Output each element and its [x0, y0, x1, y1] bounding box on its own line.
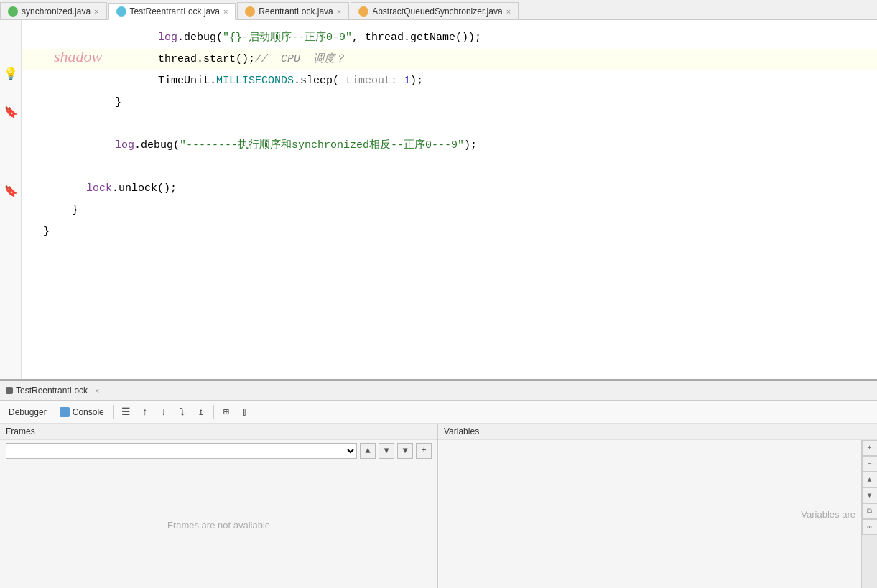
- code-content: log.debug("{}-启动顺序--正序0-9", thread.getNa…: [22, 20, 877, 379]
- tab-synchronized[interactable]: synchronized.java ×: [0, 2, 107, 19]
- frames-dropdown-row: ▲ ▼ ▼ +: [0, 440, 437, 462]
- code-line-1: log.debug("{}-启动顺序--正序0-9", thread.getNa…: [22, 27, 877, 49]
- debug-session-label: TestReentrantLock: [16, 386, 88, 396]
- close-icon-abstractqueue[interactable]: ×: [506, 7, 511, 16]
- tab-debugger[interactable]: Debugger: [3, 404, 52, 420]
- tab-reentrant[interactable]: ReentrantLock.java ×: [237, 2, 349, 19]
- variables-content: Variables are: [438, 440, 861, 588]
- code-line-9: }: [22, 200, 877, 221]
- debug-run-dot: [6, 387, 13, 394]
- menu-icon-btn[interactable]: ☰: [118, 403, 135, 421]
- scrollbar-minus[interactable]: −: [862, 456, 878, 472]
- gutter-bookmark-1: 🔖: [5, 106, 17, 118]
- code-line-5: [22, 113, 877, 135]
- columns-btn[interactable]: ⫿: [236, 403, 254, 421]
- table-view-btn[interactable]: ⊞: [218, 403, 235, 421]
- tab-label-reentrant: ReentrantLock.java: [259, 6, 333, 17]
- frames-nav-down[interactable]: ▼: [379, 443, 394, 459]
- scrollbar-plus[interactable]: +: [862, 440, 878, 456]
- step-over-down-btn[interactable]: ↓: [155, 403, 172, 421]
- toolbar-sep-1: [113, 405, 114, 419]
- scrollbar-infinity[interactable]: ∞: [862, 519, 878, 535]
- code-line-10: }: [22, 221, 877, 243]
- frames-empty-text: Frames are not available: [167, 520, 270, 531]
- tab-abstractqueue[interactable]: AbstractQueuedSynchronizer.java ×: [351, 2, 519, 19]
- tab-icon-abstractqueue: [358, 6, 368, 17]
- step-out-btn[interactable]: ↥: [192, 403, 210, 421]
- tab-debugger-label: Debugger: [9, 407, 47, 417]
- toolbar-sep-2: [213, 405, 214, 419]
- variables-empty-text: Variables are: [801, 509, 855, 520]
- gutter-bookmark-2: 🔖: [5, 185, 17, 197]
- tab-testreentrant[interactable]: TestReentrantLock.java ×: [108, 3, 236, 20]
- frames-header: Frames: [0, 424, 437, 440]
- debug-session-close[interactable]: ×: [95, 386, 99, 395]
- tab-label-synchronized: synchronized.java: [22, 6, 91, 17]
- step-over-up-btn[interactable]: ↑: [136, 403, 154, 421]
- code-line-8: lock.unlock();: [22, 178, 877, 200]
- tab-icon-reentrant: [245, 6, 255, 17]
- step-into-btn[interactable]: ⤵: [174, 403, 191, 421]
- tab-console[interactable]: Console: [54, 404, 110, 420]
- scrollbar-copy[interactable]: ⧉: [862, 503, 878, 519]
- frames-add-btn[interactable]: +: [416, 443, 432, 459]
- debug-run-name: TestReentrantLock ×: [0, 386, 106, 396]
- code-line-6: log.debug("--------执行顺序和synchronized相反--…: [22, 135, 877, 157]
- code-line-2: thread.start();// CPU 调度？: [22, 49, 877, 70]
- scrollbar-up[interactable]: ▲: [862, 472, 878, 487]
- tab-icon-testreentrant: [116, 6, 126, 17]
- scrollbar-down[interactable]: ▼: [862, 487, 878, 503]
- tab-label-testreentrant: TestReentrantLock.java: [130, 6, 220, 17]
- variables-scrollbar: + − ▲ ▼ ⧉ ∞: [861, 440, 877, 588]
- frames-dropdown[interactable]: [6, 443, 357, 459]
- code-editor: shadow 💡 🔖 🔖 log.debug("{}-启动顺序--正序0-9",…: [0, 20, 877, 379]
- code-line-7: [22, 157, 877, 178]
- variables-panel: Variables Variables are + − ▲ ▼ ⧉ ∞: [438, 424, 877, 588]
- tab-label-abstractqueue: AbstractQueuedSynchronizer.java: [372, 6, 502, 17]
- lightbulb-icon[interactable]: 💡: [4, 67, 18, 81]
- debug-body: Frames ▲ ▼ ▼ + Frames are not available …: [0, 424, 877, 588]
- frames-panel: Frames ▲ ▼ ▼ + Frames are not available: [0, 424, 438, 588]
- tab-console-label: Console: [73, 407, 104, 417]
- frames-filter-btn[interactable]: ▼: [397, 443, 413, 459]
- frames-content: Frames are not available: [0, 462, 437, 588]
- close-icon-synchronized[interactable]: ×: [94, 7, 98, 16]
- close-icon-testreentrant[interactable]: ×: [223, 7, 228, 16]
- frames-nav-up[interactable]: ▲: [360, 443, 376, 459]
- code-line-4: }: [22, 92, 877, 113]
- console-icon: [60, 407, 70, 417]
- debugger-panel: TestReentrantLock × Debugger Console ☰ ↑…: [0, 379, 877, 588]
- tab-icon-synchronized: [8, 6, 18, 17]
- tab-bar: synchronized.java × TestReentrantLock.ja…: [0, 0, 877, 20]
- close-icon-reentrant[interactable]: ×: [337, 7, 341, 16]
- code-line-3: TimeUnit.MILLISECONDS.sleep( timeout: 1)…: [22, 70, 877, 92]
- variables-header: Variables: [438, 424, 877, 440]
- debug-toolbar: Debugger Console ☰ ↑ ↓ ⤵ ↥ ⊞ ⫿: [0, 401, 877, 424]
- debug-tab-row: TestReentrantLock ×: [0, 381, 877, 401]
